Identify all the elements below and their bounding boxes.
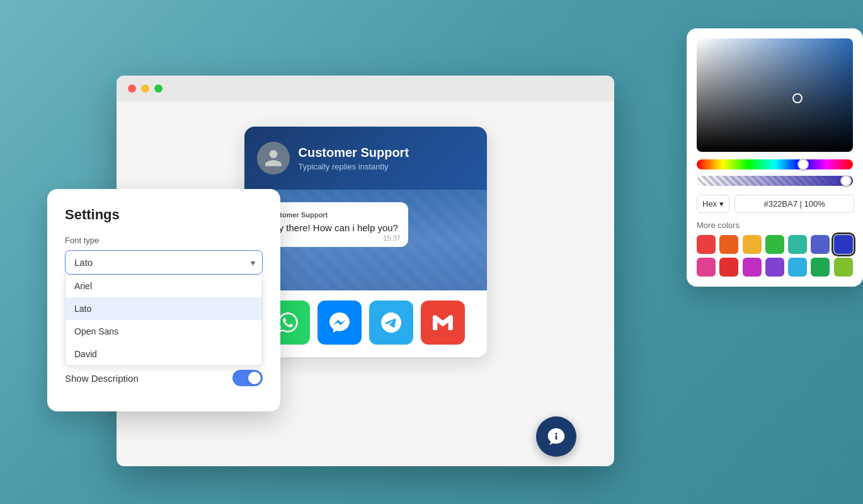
user-icon [263, 148, 283, 168]
chat-title: Customer Support [299, 145, 409, 160]
swatch-red[interactable] [697, 235, 716, 254]
color-picker-panel: Hex ▾ More colors [687, 28, 863, 287]
chat-subtitle: Typically replies instantly [299, 162, 409, 171]
chat-bubble-icon [546, 427, 566, 447]
swatch-teal[interactable] [788, 235, 807, 254]
font-option-david[interactable]: David [66, 343, 262, 365]
font-option-lato[interactable]: Lato [66, 297, 262, 320]
more-colors-label: More colors [697, 220, 853, 230]
swatch-orange[interactable] [719, 235, 738, 254]
chat-header-text: Customer Support Typically replies insta… [299, 145, 409, 171]
color-format-select[interactable]: Hex ▾ [697, 195, 729, 213]
dot-red[interactable] [128, 84, 136, 93]
chat-widget: Customer Support Typically replies insta… [244, 127, 487, 357]
message-sender: Customer Support [267, 211, 398, 219]
gmail-icon [433, 312, 453, 333]
color-inputs: Hex ▾ [697, 195, 853, 213]
swatch-blue-selected[interactable] [834, 235, 853, 254]
swatch-pink[interactable] [697, 258, 716, 277]
alpha-slider[interactable] [697, 176, 853, 186]
chat-header: Customer Support Typically replies insta… [244, 127, 487, 190]
alpha-slider-thumb [840, 175, 852, 186]
font-select-wrapper: Ariel Lato Open Sans David ▾ Ariel Lato … [65, 250, 263, 275]
chat-body: Customer Support Hey there! How can i he… [244, 190, 487, 290]
dot-green[interactable] [154, 84, 163, 93]
message-text: Hey there! How can i help you? [267, 222, 398, 233]
telegram-button[interactable] [369, 301, 413, 345]
messenger-button[interactable] [317, 301, 362, 345]
swatch-green[interactable] [765, 235, 784, 254]
dot-yellow[interactable] [141, 84, 149, 93]
swatch-magenta[interactable] [743, 258, 762, 277]
browser-titlebar [117, 76, 614, 101]
gmail-button[interactable] [421, 301, 465, 345]
show-description-row: Show Description [65, 370, 263, 386]
swatch-yellow[interactable] [743, 235, 762, 254]
color-gradient-picker[interactable] [697, 38, 853, 152]
hue-slider-thumb [797, 159, 809, 170]
swatch-crimson[interactable] [719, 258, 738, 277]
settings-panel: Settings Font type Ariel Lato Open Sans … [47, 189, 280, 411]
color-picker-handle[interactable] [792, 93, 803, 103]
font-type-select[interactable]: Ariel Lato Open Sans David [65, 250, 263, 275]
font-dropdown: Ariel Lato Open Sans David [65, 275, 263, 366]
settings-title: Settings [65, 207, 263, 223]
swatch-purple[interactable] [765, 258, 784, 277]
swatch-sky[interactable] [788, 258, 807, 277]
messenger-icon [329, 312, 350, 333]
whatsapp-icon [278, 312, 298, 333]
show-description-label: Show Description [65, 373, 139, 384]
toggle-knob-2 [248, 372, 261, 384]
avatar [257, 142, 290, 175]
font-option-ariel[interactable]: Ariel [66, 275, 262, 297]
color-swatches [697, 235, 853, 277]
chat-buttons [244, 290, 487, 357]
font-option-opensans[interactable]: Open Sans [66, 320, 262, 343]
font-type-label: Font type [65, 236, 263, 245]
swatch-indigo[interactable] [811, 235, 830, 254]
show-description-toggle[interactable] [232, 370, 263, 386]
hue-slider[interactable] [697, 159, 853, 169]
telegram-icon [381, 312, 401, 333]
floating-chat-button[interactable] [536, 416, 576, 457]
color-hex-input[interactable] [734, 195, 854, 213]
color-format-label: Hex [702, 199, 717, 209]
swatch-emerald[interactable] [811, 258, 830, 277]
message-time: 15:37 [383, 234, 401, 242]
swatch-lime[interactable] [834, 258, 853, 277]
format-arrow-icon: ▾ [719, 199, 724, 209]
